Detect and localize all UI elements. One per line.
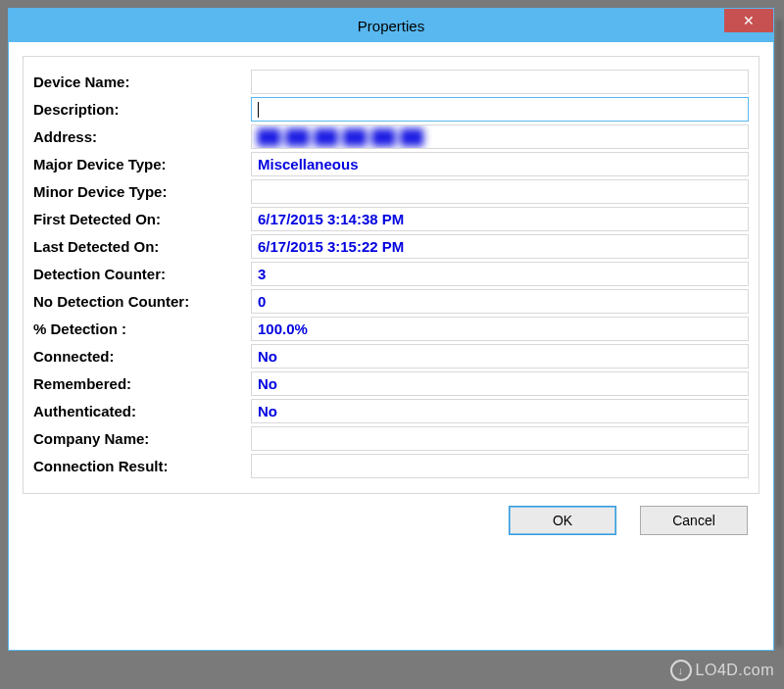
label-connected: Connected: — [33, 348, 251, 365]
value-address[interactable]: ██:██:██:██:██:██ — [251, 124, 749, 149]
label-address: Address: — [33, 128, 251, 145]
label-percent-detection: % Detection : — [33, 320, 251, 337]
watermark: ↓ LO4D.com — [670, 660, 774, 681]
value-major-device-type[interactable]: Miscellaneous — [251, 152, 749, 176]
client-area: Device Name: Description: Address: ██:██… — [9, 42, 773, 650]
button-bar: OK Cancel — [23, 506, 760, 535]
value-percent-detection[interactable]: 100.0% — [251, 317, 749, 341]
value-company-name[interactable] — [251, 426, 749, 451]
row-description: Description: — [33, 97, 749, 122]
label-major-device-type: Major Device Type: — [33, 156, 251, 172]
row-device-name: Device Name: — [33, 70, 749, 94]
cancel-button[interactable]: Cancel — [640, 506, 748, 535]
value-description[interactable] — [251, 97, 749, 122]
titlebar[interactable]: Properties ✕ — [9, 9, 773, 42]
row-minor-device-type: Minor Device Type: — [33, 179, 749, 204]
close-button[interactable]: ✕ — [724, 9, 773, 32]
ok-button[interactable]: OK — [509, 506, 616, 535]
window-shadow — [776, 20, 782, 647]
row-connection-result: Connection Result: — [33, 454, 749, 478]
value-last-detected-on[interactable]: 6/17/2015 3:15:22 PM — [251, 234, 749, 259]
row-first-detected-on: First Detected On: 6/17/2015 3:14:38 PM — [33, 207, 749, 231]
download-icon: ↓ — [670, 660, 692, 681]
row-remembered: Remembered: No — [33, 371, 749, 396]
close-icon: ✕ — [743, 13, 755, 28]
value-connection-result[interactable] — [251, 454, 749, 478]
row-company-name: Company Name: — [33, 426, 749, 451]
value-device-name[interactable] — [251, 70, 749, 94]
value-first-detected-on[interactable]: 6/17/2015 3:14:38 PM — [251, 207, 749, 231]
value-detection-counter[interactable]: 3 — [251, 262, 749, 286]
label-authenticated: Authenticated: — [33, 403, 251, 419]
row-percent-detection: % Detection : 100.0% — [33, 317, 749, 341]
value-minor-device-type[interactable] — [251, 179, 749, 204]
properties-dialog: Properties ✕ Device Name: Description: A… — [8, 8, 774, 651]
value-remembered[interactable]: No — [251, 371, 749, 396]
label-last-detected-on: Last Detected On: — [33, 238, 251, 255]
label-detection-counter: Detection Counter: — [33, 266, 251, 282]
row-authenticated: Authenticated: No — [33, 399, 749, 423]
properties-panel: Device Name: Description: Address: ██:██… — [23, 56, 760, 494]
label-remembered: Remembered: — [33, 375, 251, 392]
text-cursor-icon — [258, 102, 259, 118]
label-no-detection-counter: No Detection Counter: — [33, 293, 251, 310]
label-first-detected-on: First Detected On: — [33, 211, 251, 227]
label-minor-device-type: Minor Device Type: — [33, 183, 251, 200]
value-authenticated[interactable]: No — [251, 399, 749, 423]
row-address: Address: ██:██:██:██:██:██ — [33, 124, 749, 149]
value-no-detection-counter[interactable]: 0 — [251, 289, 749, 314]
row-no-detection-counter: No Detection Counter: 0 — [33, 289, 749, 314]
row-major-device-type: Major Device Type: Miscellaneous — [33, 152, 749, 176]
row-last-detected-on: Last Detected On: 6/17/2015 3:15:22 PM — [33, 234, 749, 259]
label-connection-result: Connection Result: — [33, 458, 251, 474]
row-detection-counter: Detection Counter: 3 — [33, 262, 749, 286]
watermark-text: LO4D.com — [696, 662, 774, 679]
window-title: Properties — [9, 18, 773, 34]
label-company-name: Company Name: — [33, 430, 251, 447]
label-device-name: Device Name: — [33, 74, 251, 90]
row-connected: Connected: No — [33, 344, 749, 369]
value-connected[interactable]: No — [251, 344, 749, 369]
label-description: Description: — [33, 101, 251, 118]
address-blurred: ██:██:██:██:██:██ — [258, 128, 424, 145]
